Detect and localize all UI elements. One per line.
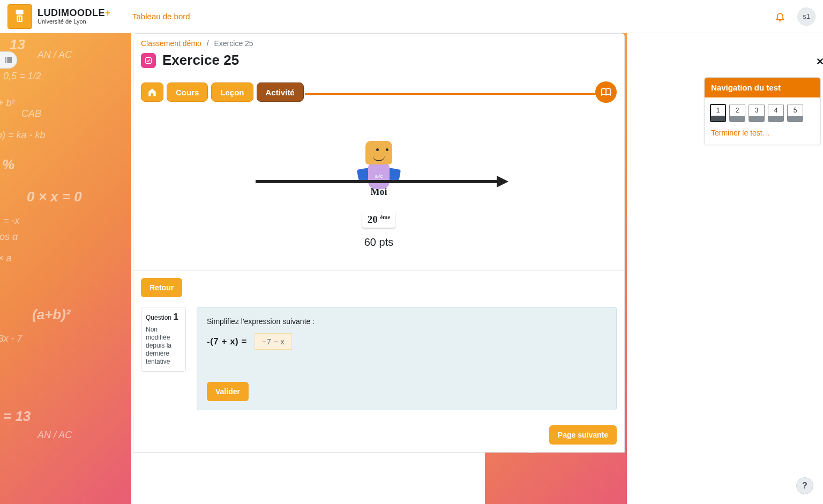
bc-activite-button[interactable]: Activité bbox=[257, 82, 304, 102]
svg-rect-5 bbox=[7, 57, 12, 58]
test-nav-q2[interactable]: 2 bbox=[729, 104, 745, 122]
svg-rect-10 bbox=[146, 57, 152, 63]
brand-name-suffix: DLE bbox=[85, 8, 106, 19]
bell-icon bbox=[775, 11, 785, 22]
svg-rect-4 bbox=[5, 57, 6, 58]
back-button[interactable]: Retour bbox=[141, 278, 182, 297]
svg-rect-0 bbox=[16, 10, 24, 14]
main-content: Classement démo / Exercice 25 Exercice 2… bbox=[133, 33, 625, 453]
number-line bbox=[256, 180, 502, 183]
question-prompt: Simplifiez l'expression suivante : bbox=[207, 317, 607, 326]
breadcrumb-parent-link[interactable]: Classement démo bbox=[141, 39, 201, 48]
rank-number: 20 bbox=[368, 214, 378, 225]
test-nav-q3[interactable]: 3 bbox=[749, 104, 765, 122]
breadcrumb-current: Exercice 25 bbox=[214, 39, 253, 48]
brand-name-mid: OO bbox=[70, 8, 85, 19]
breadcrumb-sep: / bbox=[207, 39, 209, 48]
test-nav-title: Navigation du test bbox=[705, 78, 820, 97]
nav-dashboard-link[interactable]: Tableau de bord bbox=[132, 12, 190, 21]
question-label: Question bbox=[146, 314, 171, 321]
validate-button[interactable]: Valider bbox=[207, 382, 249, 401]
question-state: Non modifiée depuis la dernière tentativ… bbox=[146, 326, 181, 366]
test-nav-q4[interactable]: 4 bbox=[768, 104, 784, 122]
svg-rect-7 bbox=[7, 59, 12, 61]
test-nav-q1[interactable]: 1 bbox=[710, 104, 726, 122]
svg-rect-1 bbox=[17, 16, 23, 22]
brand-text: LUDIMOODLE+ Université de Lyon bbox=[38, 8, 111, 25]
test-navigation-panel: ✕ Navigation du test 1 2 3 4 5 Terminer … bbox=[702, 33, 823, 145]
close-panel-button[interactable]: ✕ bbox=[816, 56, 823, 67]
list-icon bbox=[4, 56, 13, 64]
notifications-button[interactable] bbox=[772, 8, 789, 25]
progress-stage: a√c Moi 20 ème 60 pts bbox=[133, 110, 624, 270]
next-page-button[interactable]: Page suivante bbox=[549, 425, 617, 445]
bc-home-button[interactable] bbox=[141, 82, 163, 102]
home-icon bbox=[147, 87, 157, 97]
bc-cours-button[interactable]: Cours bbox=[167, 82, 208, 102]
left-drawer-toggle[interactable] bbox=[0, 51, 17, 69]
svg-rect-9 bbox=[7, 62, 12, 63]
question-expression: -(7 + x) = bbox=[207, 336, 247, 347]
user-avatar[interactable]: s1 bbox=[797, 7, 815, 26]
svg-rect-2 bbox=[18, 17, 19, 21]
svg-rect-8 bbox=[5, 62, 6, 63]
question-number: 1 bbox=[173, 312, 178, 322]
brand-logo[interactable] bbox=[8, 4, 32, 29]
svg-rect-3 bbox=[20, 17, 21, 21]
question-info-box: Question 1 Non modifiée depuis la derniè… bbox=[141, 307, 186, 372]
points-label: 60 pts bbox=[364, 236, 393, 249]
brand-subtitle: Université de Lyon bbox=[38, 18, 111, 25]
top-navbar: LUDIMOODLE+ Université de Lyon Tableau d… bbox=[0, 0, 823, 33]
background-math-left: 13 AN / AC 0,5 = 1/2 + b² CAB b) = ka - … bbox=[0, 33, 131, 504]
player-avatar: a√c bbox=[360, 141, 398, 194]
test-nav-grid: 1 2 3 4 5 bbox=[705, 97, 820, 126]
test-nav-q5[interactable]: 5 bbox=[787, 104, 803, 122]
brand-name-prefix: LUDIM bbox=[38, 8, 70, 19]
bc-lecon-button[interactable]: Leçon bbox=[211, 82, 253, 102]
help-button[interactable]: ? bbox=[796, 477, 813, 494]
answer-input[interactable] bbox=[255, 333, 292, 350]
quiz-icon bbox=[141, 53, 156, 68]
rank-suffix: ème bbox=[380, 214, 390, 220]
book-button[interactable] bbox=[595, 81, 617, 103]
finish-test-link[interactable]: Terminer le test… bbox=[705, 126, 820, 145]
book-icon bbox=[600, 86, 612, 98]
rank-badge: 20 ème bbox=[362, 212, 396, 228]
question-box: Simplifiez l'expression suivante : -(7 +… bbox=[197, 307, 617, 410]
svg-rect-6 bbox=[5, 59, 6, 61]
brand-plus: + bbox=[105, 8, 111, 19]
breadcrumb: Classement démo / Exercice 25 bbox=[133, 34, 624, 52]
arrow-right-icon bbox=[497, 176, 508, 187]
page-title: Exercice 25 bbox=[162, 52, 239, 69]
